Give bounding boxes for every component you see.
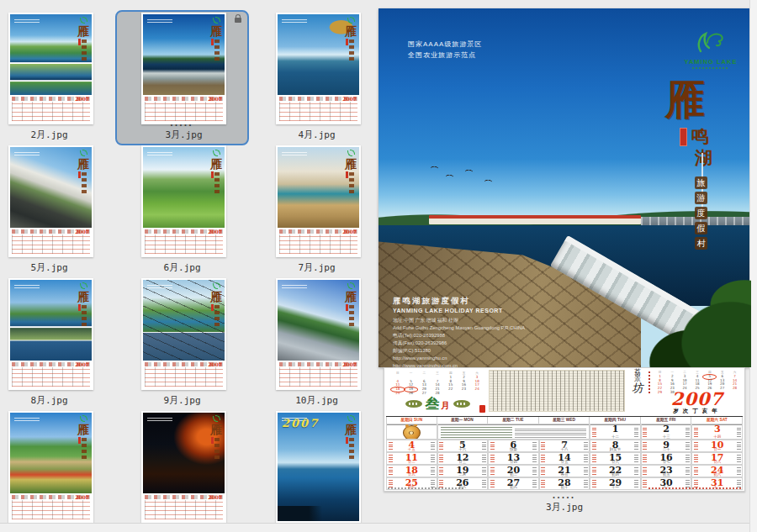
selected-thumbnail-container[interactable]: •••••3月.jpg雁2007	[115, 10, 249, 145]
green-logo-icon	[347, 17, 355, 23]
lock-icon[interactable]	[235, 18, 241, 23]
thumbnail-m4[interactable]: 雁2007	[276, 13, 361, 124]
bird-icon	[465, 170, 472, 173]
thumbnail-m11[interactable]: 雁2007	[8, 411, 93, 523]
thumbnail-m6[interactable]: 雁2007	[141, 145, 226, 257]
brand-red-seal	[78, 437, 81, 444]
date-cell: 20初二	[488, 465, 539, 477]
date-cell: 17廿八	[691, 452, 743, 465]
brand-red-seal	[211, 171, 214, 178]
bird-icon	[446, 175, 453, 178]
watermark-text	[14, 417, 40, 421]
thumbnail-m5[interactable]: 雁2007	[8, 145, 93, 257]
thumbnail-m10[interactable]: 雁2007	[276, 278, 361, 390]
thumbnail-m3[interactable]: 雁2007	[141, 13, 226, 124]
contact-lines: 地址:中国 广东 增城 福和 桂湖Add:Fuhe Guihu Zengchen…	[393, 317, 525, 367]
thumbnail-label: 3月.jpg	[117, 129, 251, 141]
week-row: 1十二2十三3十四	[386, 424, 743, 440]
brand-character: 雁	[210, 424, 222, 435]
green-logo-icon	[213, 17, 220, 23]
brand-subtitle-marks	[349, 171, 354, 193]
bird-icon	[431, 166, 437, 170]
workshop-char-3: 坊	[627, 382, 648, 393]
thumbnail-cover[interactable]: 雁2007	[276, 411, 361, 523]
thumbnail-m8[interactable]: 雁2007	[8, 278, 93, 390]
lunar-label: 初六	[692, 472, 742, 477]
thumbnail-calendar-band: 2007	[278, 228, 359, 255]
date-cell: 2十三	[641, 424, 692, 440]
brand-red-seal	[211, 304, 214, 311]
brand-red-seal	[346, 437, 348, 444]
lunar-label: 二月	[438, 472, 488, 477]
thumbnail-photo: 雁	[10, 147, 92, 228]
lunar-label: 十五	[387, 447, 437, 451]
brand-character: 雁	[77, 25, 89, 37]
english-notes-text	[515, 427, 586, 438]
subtitle-square: 假	[695, 222, 707, 234]
brand-red-seal	[78, 304, 81, 311]
date-cell: 13廿四	[488, 452, 539, 465]
subtitle-square: 旅	[695, 176, 707, 189]
lunar-label: 廿六	[590, 460, 640, 464]
watermark-text	[282, 18, 307, 23]
date-cell: 14廿五	[539, 452, 590, 465]
lunar-label: 十四	[692, 435, 742, 439]
date-cell: 28初十	[539, 477, 590, 490]
thumbnail-m7[interactable]: 雁2007	[276, 145, 361, 257]
brand-red-seal	[78, 171, 81, 178]
title-calligraphy-yan: 雁	[664, 77, 705, 121]
month-unit: 月	[442, 400, 450, 412]
contact-line: Add:Fuhe Guihu Zengcheng Maoyan Guangdon…	[393, 324, 525, 332]
month-heading: 叁 月	[389, 394, 485, 413]
brand-subtitle-marks	[82, 171, 87, 193]
lunar-label: 十六	[438, 447, 488, 451]
vertical-scrollbar[interactable]	[749, 0, 757, 532]
contact-line: 传真(Fax):020-26392986	[393, 340, 525, 347]
watermark-text	[147, 417, 172, 421]
green-logo-icon	[213, 282, 220, 288]
brand-red-seal	[346, 39, 348, 45]
date-cell: 4十五	[386, 440, 437, 452]
thumbnail-photo: 雁2007	[278, 413, 359, 521]
decorative-oval-right	[453, 400, 470, 408]
subtitle-square: 游	[695, 192, 707, 204]
week-row: 18廿九19二月20初二21春分22初四23初五24初六	[386, 465, 743, 477]
thumbnail-calendar-band: 2007	[143, 493, 225, 521]
preview-rating-dots: •••••	[384, 494, 745, 500]
week-row: 11廿二12廿三13廿四14廿五15廿六16廿七17廿八	[386, 452, 743, 465]
year-zodiac-note: 岁次丁亥年	[652, 408, 743, 415]
date-number: 2	[642, 424, 691, 434]
date-cell: 7十八	[539, 440, 590, 452]
brand-character: 雁	[77, 424, 89, 435]
year-heading: 2007	[652, 388, 743, 409]
award-line-1: 国家AAAA级旅游景区	[408, 39, 482, 50]
lunar-label: 廿九	[387, 472, 437, 477]
date-cell: 3十四	[691, 424, 743, 440]
resort-name-en: YANMING LAKE HOLIDAY RESORT	[393, 308, 525, 313]
thumbnail-m12[interactable]: 雁2007	[141, 411, 226, 523]
thumbnail-label: 6月.jpg	[115, 261, 249, 274]
thumbnail-photo: 雁	[143, 147, 225, 228]
bird-leaf-logo-icon	[694, 30, 728, 54]
thumbnail-label: 4月.jpg	[250, 129, 384, 141]
thumbnail-m9[interactable]: 雁2007	[141, 278, 226, 390]
thumbnail-photo: 雁	[10, 413, 92, 493]
title-calligraphy-ming: 鸣	[691, 124, 709, 148]
thumbnail-photo: 雁	[10, 280, 92, 361]
lunar-label: 初四	[590, 472, 640, 477]
trees	[617, 271, 751, 367]
thumbnail-label: 10月.jpg	[250, 394, 384, 407]
watermark-text	[147, 284, 172, 288]
thumbnail-label: 2月.jpg	[0, 129, 116, 141]
brand-subtitle-marks	[349, 437, 354, 459]
lunar-label: 十八	[540, 447, 590, 451]
watermark-text	[147, 18, 172, 23]
brand-character: 雁	[77, 291, 89, 303]
thumbnail-photo: 雁	[143, 280, 225, 361]
lunar-label: 惊蛰	[489, 447, 538, 451]
thumbnail-m2[interactable]: 雁2007	[8, 13, 93, 124]
date-cell: 6惊蛰	[488, 440, 539, 452]
logo-text: YAMING LAKE	[680, 58, 742, 66]
thumbnail-photo: 雁	[278, 147, 359, 228]
brand-subtitle-marks	[349, 39, 354, 61]
